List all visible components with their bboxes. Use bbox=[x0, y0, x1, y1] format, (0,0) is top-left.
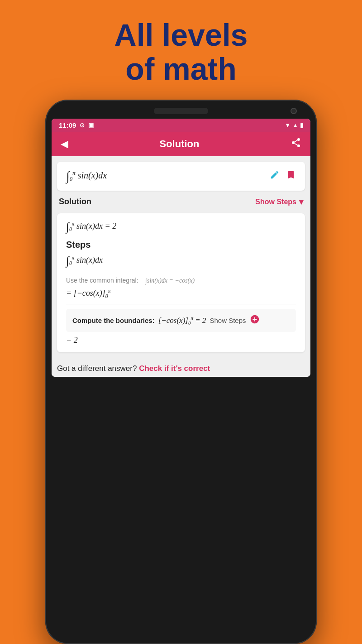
check-correct-link[interactable]: Check if it's correct bbox=[139, 364, 210, 373]
solution-header-row: Solution Show Steps ▾ bbox=[57, 195, 305, 209]
bottom-text: Got a different answer? Check if it's co… bbox=[57, 364, 210, 373]
hint-line: Use the common integral: ∫sin(x)dx = −co… bbox=[66, 277, 296, 285]
formula-actions bbox=[270, 170, 296, 183]
show-steps-button[interactable]: Show Steps ▾ bbox=[255, 197, 303, 207]
phone-device: 11:09 ⊙ ▣ ▼ ▲ ▮ ◀ Solution bbox=[45, 100, 317, 644]
divider-1 bbox=[66, 272, 296, 272]
integral-line: ∫0π sin(x)dx bbox=[66, 255, 296, 267]
page-headline: All levels of math bbox=[0, 18, 362, 86]
signal-icon: ▲ bbox=[292, 122, 298, 129]
svg-point-1 bbox=[292, 141, 295, 144]
show-steps-label: Show Steps bbox=[255, 198, 296, 206]
back-button[interactable]: ◀ bbox=[61, 138, 68, 150]
bottom-static-text: Got a different answer? bbox=[57, 364, 137, 373]
boundary-box: Compute the boundaries: [−cos(x)]0π = 2 … bbox=[66, 309, 296, 332]
status-icon-sim: ▣ bbox=[88, 122, 94, 129]
boundary-expr: [−cos(x)]0π = 2 bbox=[158, 315, 206, 326]
app-header: ◀ Solution bbox=[52, 132, 310, 156]
svg-point-0 bbox=[297, 138, 300, 141]
header-title: Solution bbox=[160, 138, 200, 150]
hint-formula: ∫sin(x)dx = −cos(x) bbox=[145, 277, 195, 284]
edit-icon[interactable] bbox=[270, 170, 280, 183]
status-time: 11:09 bbox=[59, 121, 76, 129]
formula-display: ∫0π sin(x)dx bbox=[66, 169, 107, 183]
battery-icon: ▮ bbox=[300, 122, 303, 129]
formula-card: ∫0π sin(x)dx bbox=[57, 162, 305, 191]
phone-speaker bbox=[154, 108, 208, 114]
svg-line-4 bbox=[295, 140, 298, 142]
answer-line: ∫0π sin(x)dx = 2 bbox=[66, 221, 296, 233]
status-right: ▼ ▲ ▮ bbox=[285, 122, 303, 129]
phone-top-bar bbox=[52, 108, 310, 114]
status-left: 11:09 ⊙ ▣ bbox=[59, 121, 94, 129]
phone-wrapper: 11:09 ⊙ ▣ ▼ ▲ ▮ ◀ Solution bbox=[36, 100, 326, 644]
status-bar: 11:09 ⊙ ▣ ▼ ▲ ▮ bbox=[52, 119, 310, 132]
status-icon-at: ⊙ bbox=[80, 122, 85, 129]
bottom-text-area: Got a different answer? Check if it's co… bbox=[52, 358, 310, 377]
svg-point-2 bbox=[297, 144, 300, 147]
phone-screen: 11:09 ⊙ ▣ ▼ ▲ ▮ ◀ Solution bbox=[52, 119, 310, 377]
content-area: ∫0π sin(x)dx bbox=[52, 156, 310, 358]
plus-circle-icon[interactable] bbox=[250, 314, 260, 327]
bookmark-icon[interactable] bbox=[286, 170, 296, 183]
steps-heading: Steps bbox=[66, 240, 296, 250]
hint-prefix: Use the common integral: bbox=[66, 277, 138, 284]
show-steps-inline-label[interactable]: Show Steps bbox=[210, 317, 246, 324]
boundary-label: Compute the boundaries: bbox=[72, 317, 155, 324]
result-line: = 2 bbox=[66, 336, 296, 345]
chevron-down-icon: ▾ bbox=[299, 197, 303, 207]
wifi-icon: ▼ bbox=[285, 122, 291, 129]
phone-camera bbox=[291, 108, 297, 114]
divider-2 bbox=[66, 304, 296, 304]
share-button[interactable] bbox=[291, 137, 301, 151]
solution-label: Solution bbox=[59, 197, 91, 207]
headline-line1: All levels bbox=[114, 18, 248, 52]
solution-card: ∫0π sin(x)dx = 2 Steps ∫0π sin(x)dx Use … bbox=[57, 213, 305, 352]
eval-line: = [−cos(x)]0π bbox=[66, 288, 296, 299]
headline-line2: of math bbox=[125, 52, 237, 86]
svg-line-3 bbox=[295, 143, 298, 145]
